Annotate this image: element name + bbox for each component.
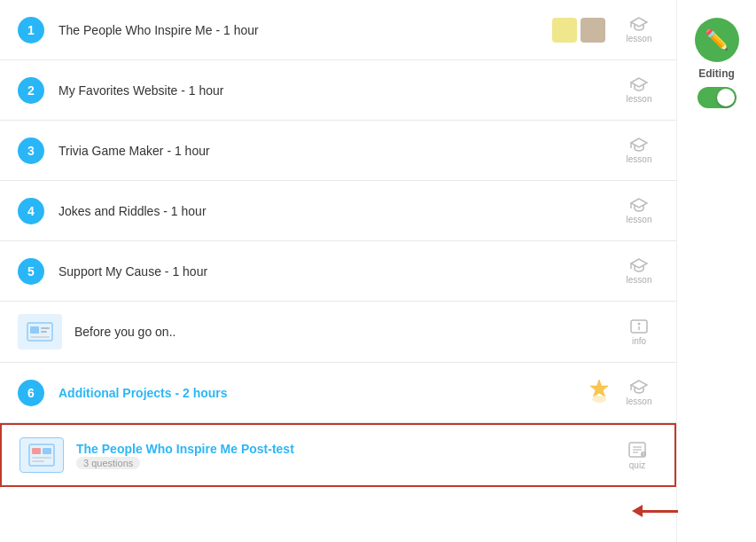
type-label: lesson xyxy=(627,154,652,164)
info-thumbnail xyxy=(18,314,62,350)
lesson-type-icon: lesson xyxy=(620,379,659,406)
list-item[interactable]: 5 Support My Cause - 1 hour lesson xyxy=(0,241,676,302)
item-title: Support My Cause - 1 hour xyxy=(58,264,620,279)
info-list-item[interactable]: Before you go on.. info xyxy=(0,302,676,363)
main-container: 1 The People Who Inspire Me - 1 hour les… xyxy=(0,0,756,542)
editing-label: Editing xyxy=(698,67,735,80)
quiz-sub: 3 questions xyxy=(76,458,618,468)
type-label: lesson xyxy=(627,215,652,224)
lesson-type-icon: lesson xyxy=(620,16,659,43)
edit-button[interactable]: ✏️ xyxy=(695,18,739,62)
editing-toggle[interactable] xyxy=(698,87,737,108)
list-item[interactable]: 3 Trivia Game Maker - 1 hour lesson xyxy=(0,121,676,181)
svg-rect-11 xyxy=(32,448,41,454)
content-area: 1 The People Who Inspire Me - 1 hour les… xyxy=(0,0,676,542)
item-title: My Favorites Website - 1 hour xyxy=(58,83,620,98)
svg-rect-1 xyxy=(30,326,39,334)
item-title: The People Who Inspire Me - 1 hour xyxy=(58,23,552,37)
item-title: Jokes and Riddles - 1 hour xyxy=(58,204,620,218)
questions-badge: 3 questions xyxy=(76,457,140,469)
avatar-thumbnail-1 xyxy=(552,18,577,43)
svg-point-8 xyxy=(592,396,606,403)
quiz-list-item[interactable]: The People Who Inspire Me Post-test 3 qu… xyxy=(0,423,676,487)
sidebar: ✏️ Editing xyxy=(676,0,756,542)
quiz-type-icon: quiz xyxy=(618,441,657,470)
svg-rect-3 xyxy=(41,331,47,333)
list-item[interactable]: 6 Additional Projects - 2 hours lesson xyxy=(0,363,676,423)
item-number: 5 xyxy=(18,258,44,285)
lesson-type-icon: lesson xyxy=(620,137,659,164)
list-item[interactable]: 1 The People Who Inspire Me - 1 hour les… xyxy=(0,0,676,60)
type-label: lesson xyxy=(627,275,652,285)
type-label: lesson xyxy=(627,34,652,43)
item-number: 4 xyxy=(18,198,44,224)
svg-point-21 xyxy=(643,455,644,456)
svg-point-6 xyxy=(638,322,641,325)
lesson-type-icon: lesson xyxy=(620,257,659,285)
svg-rect-10 xyxy=(29,444,54,466)
lesson-type-icon: lesson xyxy=(620,197,659,224)
svg-rect-13 xyxy=(32,457,51,459)
svg-rect-12 xyxy=(43,448,51,454)
info-type-icon: info xyxy=(620,318,659,346)
type-label: quiz xyxy=(629,460,645,470)
svg-rect-4 xyxy=(30,336,50,338)
list-item[interactable]: 4 Jokes and Riddles - 1 hour lesson xyxy=(0,181,676,241)
arrow-head xyxy=(632,505,643,517)
item-number: 6 xyxy=(18,380,44,406)
svg-rect-14 xyxy=(32,460,44,462)
star-badge-container xyxy=(588,378,611,408)
type-label: lesson xyxy=(627,94,652,104)
arrow-line xyxy=(643,510,678,513)
item-title: Additional Projects - 2 hours xyxy=(58,386,588,400)
quiz-title: The People Who Inspire Me Post-test xyxy=(76,442,618,456)
pencil-icon: ✏️ xyxy=(705,28,729,51)
type-label: info xyxy=(632,336,646,346)
item-number: 2 xyxy=(18,77,44,104)
list-item[interactable]: 2 My Favorites Website - 1 hour lesson xyxy=(0,60,676,121)
toggle-knob xyxy=(717,89,735,106)
quiz-item-content: The People Who Inspire Me Post-test 3 qu… xyxy=(76,442,618,468)
quiz-thumbnail xyxy=(19,437,64,473)
lesson-list: 1 The People Who Inspire Me - 1 hour les… xyxy=(0,0,676,487)
item-title: Before you go on.. xyxy=(74,325,620,339)
item-number: 3 xyxy=(18,137,44,164)
lesson-type-icon: lesson xyxy=(620,76,659,104)
item-title: Trivia Game Maker - 1 hour xyxy=(58,144,620,158)
item-number: 1 xyxy=(18,17,44,43)
svg-rect-2 xyxy=(41,327,50,329)
item-avatars xyxy=(552,18,605,43)
avatar-thumbnail-2 xyxy=(581,18,605,43)
svg-marker-9 xyxy=(590,380,608,397)
type-label: lesson xyxy=(627,397,652,406)
arrow-indicator xyxy=(632,505,678,517)
